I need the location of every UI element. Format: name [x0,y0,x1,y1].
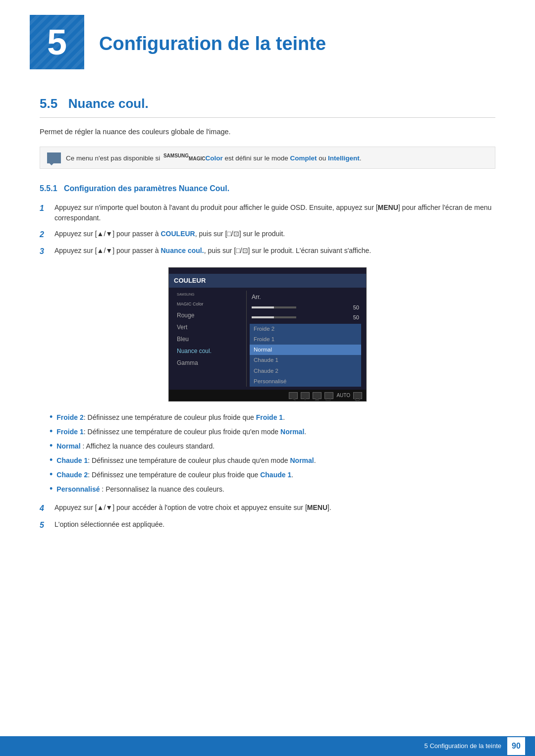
osd-slider-2: 50 [250,312,361,323]
osd-container: COULEUR SAMSUNG MAGIC Color Rouge Vert B… [40,267,495,402]
osd-divider [246,291,247,387]
note-box: Ce menu n'est pas disponible si SAMSUNGM… [40,147,495,169]
subsection-title: Configuration des paramètres Nuance Coul… [64,184,229,193]
chapter-title: Configuration de la teinte [94,15,326,58]
bullet-perso: • Personnalisé : Personnalisez la nuance… [40,484,495,495]
bullet-dot-2: • [50,427,53,437]
bullet-list: • Froide 2: Définissez une température d… [40,412,495,495]
osd-menu-area: SAMSUNG MAGIC Color Rouge Vert Bleu Nuan… [169,291,366,390]
osd-slider-fill-1 [252,306,274,308]
step-4-text: Appuyez sur [▲/▼] pour accéder à l'optio… [54,503,331,513]
osd-item-nuance-coul: Nuance coul. [174,345,243,357]
osd-menu-left: SAMSUNG MAGIC Color Rouge Vert Bleu Nuan… [174,291,243,387]
note-text-prefix: Ce menu n'est pas disponible si [66,154,160,161]
bullet-perso-term: Personnalisé [56,485,100,493]
osd-auto-label: AUTO [336,392,350,399]
step-1-num: 1 [40,202,50,214]
osd-right-arr: Arr. [250,292,361,302]
footer-label: 5 Configuration de la teinte [425,741,501,751]
note-mode2: Intelligent [328,154,360,161]
bullet-froide2-ref: Froide 1 [256,413,283,421]
subsection-number: 5.5.1 [40,184,57,193]
bullet-froide1-text: Froide 1: Définissez une température de … [56,427,306,437]
step-5-num: 5 [40,519,50,531]
osd-item-vert: Vert [174,321,243,333]
step-4-num: 4 [40,503,50,514]
samsung-magic-brand: SAMSUNG [163,153,189,158]
bullet-froide2: • Froide 2: Définissez une température d… [40,412,495,423]
osd-slider-fill-2 [252,316,274,318]
step-4: 4 Appuyez sur [▲/▼] pour accéder à l'opt… [40,503,495,514]
osd-bottom-bar: ◄ ▼ ▲ ⊡ AUTO ⏻ [169,390,366,401]
step-5-text: L'option sélectionnée est appliquée. [54,519,164,530]
osd-item-magic-color: SAMSUNG MAGIC Color [174,291,243,310]
bullet-normal: • Normal : Affichez la nuance des couleu… [40,441,495,452]
bullet-chaude1: • Chaude 1: Définissez une température d… [40,455,495,466]
osd-dropdown-froide1: Froide 1 [250,334,361,345]
note-icon [47,152,61,163]
bullet-froide1-term: Froide 1 [56,428,83,436]
osd-btn-down: ▼ [301,392,310,399]
osd-slider-val-2: 50 [349,313,359,322]
osd-dropdown-chaude1: Chaude 1 [250,355,361,365]
osd-dropdown-chaude2: Chaude 2 [250,366,361,376]
footer-page-number: 90 [507,737,525,755]
section-heading: 5.5 Nuance coul. [40,94,495,118]
chapter-number-box: 5 [30,15,84,69]
step-2-num: 2 [40,229,50,241]
osd-slider-bar-2 [252,316,296,318]
bullet-chaude2-text: Chaude 2: Définissez une température de … [56,470,293,480]
osd-dropdown-normal: Normal [250,345,361,355]
osd-slider-bar-1 [252,306,296,308]
step-2: 2 Appuyez sur [▲/▼] pour passer à COULEU… [40,229,495,241]
note-text-mid: est défini sur le mode [224,154,288,161]
osd-slider-val-1: 50 [349,303,359,312]
note-color-label: Color [205,154,222,161]
chapter-number: 5 [47,15,67,69]
osd-item-gamma: Gamma [174,357,243,369]
osd-slider-1: 50 [250,302,361,313]
osd-dropdown: Froide 2 Froide 1 Normal Chaude 1 Chaude… [250,324,361,387]
main-content: 5.5 Nuance coul. Permet de régler la nua… [0,79,535,581]
osd-btn-power: ⏻ [353,392,362,399]
bullet-dot-5: • [50,470,53,480]
page-header: 5 Configuration de la teinte [0,0,535,79]
step-5: 5 L'option sélectionnée est appliquée. [40,519,495,531]
note-mode1: Complet [290,154,317,161]
bullet-dot-6: • [50,484,53,494]
note-text: Ce menu n'est pas disponible si SAMSUNGM… [66,152,362,163]
osd-dropdown-perso: Personnalisé [250,376,361,387]
osd-dropdown-froide2: Froide 2 [250,324,361,334]
bullet-normal-term: Normal [56,442,80,450]
bullet-chaude1-term: Chaude 1 [56,456,88,464]
step-3: 3 Appuyez sur [▲/▼] pour passer à Nuance… [40,246,495,257]
osd-item-bleu: Bleu [174,333,243,345]
osd-item-rouge: Rouge [174,309,243,321]
bullet-normal-text: Normal : Affichez la nuance des couleurs… [56,441,214,452]
step-3-num: 3 [40,246,50,257]
step-1-text: Appuyez sur n'importe quel bouton à l'av… [54,202,495,224]
section-number: 5.5 [40,96,57,111]
subsection-heading: 5.5.1 Configuration des paramètres Nuanc… [40,183,495,195]
page-footer: 5 Configuration de la teinte 90 [0,736,535,756]
step-2-text: Appuyez sur [▲/▼] pour passer à COULEUR,… [54,229,285,240]
bullet-froide1: • Froide 1: Définissez une température d… [40,427,495,437]
bullet-chaude2-term: Chaude 2 [56,471,88,479]
osd-btn-enter: ⊡ [324,392,333,399]
bullet-chaude2: • Chaude 2: Définissez une température d… [40,470,495,480]
note-end: . [360,154,362,161]
bullet-chaude1-text: Chaude 1: Définissez une température de … [56,455,316,466]
steps-list-cont: 4 Appuyez sur [▲/▼] pour accéder à l'opt… [40,503,495,531]
bullet-froide2-text: Froide 2: Définissez une température de … [56,412,285,423]
osd-screen: COULEUR SAMSUNG MAGIC Color Rouge Vert B… [168,267,367,402]
step-1: 1 Appuyez sur n'importe quel bouton à l'… [40,202,495,224]
bullet-froide1-ref: Normal [280,428,304,436]
steps-list: 1 Appuyez sur n'importe quel bouton à l'… [40,202,495,257]
bullet-dot-3: • [50,441,53,451]
bullet-chaude1-ref: Normal [290,456,314,464]
section-description: Permet de régler la nuance des couleurs … [40,127,495,138]
section-title: Nuance coul. [68,96,149,111]
osd-btn-up: ▲ [313,392,321,399]
bullet-froide2-term: Froide 2 [56,413,83,421]
osd-btn-left: ◄ [289,392,298,399]
